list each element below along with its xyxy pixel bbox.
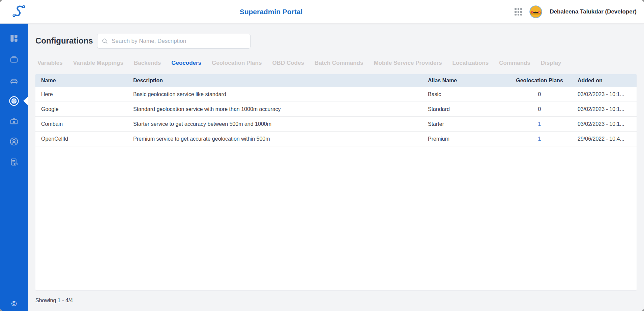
sidebar-item-dashboard[interactable] [0,29,28,47]
table-header-row: NameDescriptionAlias NameGeolocation Pla… [35,74,637,87]
user-name[interactable]: Debaleena Talukdar (Developer) [550,8,637,15]
cell-added: 03/02/2023 - 10:1... [566,106,637,112]
sidebar-item-accounts[interactable] [0,133,28,150]
car-icon [9,76,19,85]
cell-plans: 0 [513,106,566,112]
cell-name: Google [35,106,127,112]
table-row-opencellid[interactable]: OpenCellIdPremium service to get accurat… [35,132,637,146]
toolbox-icon [9,117,19,126]
active-item-indicator [23,96,28,105]
gear-asterisk-icon [9,96,19,106]
tab-variable-mappings[interactable]: Variable Mappings [73,60,123,66]
tab-obd-codes[interactable]: OBD Codes [272,60,304,66]
column-header-name: Name [35,78,127,84]
tab-commands[interactable]: Commands [499,60,530,66]
table-row-google[interactable]: GoogleStandard geolocation service with … [35,102,637,117]
cell-alias: Premium [422,136,513,142]
cell-alias: Standard [422,106,513,112]
cell-added: 29/06/2022 - 10:4... [566,136,637,142]
tab-variables[interactable]: Variables [37,60,63,66]
column-header-geolocation-plans: Geolocation Plans [513,78,566,84]
pagination-status: Showing 1 - 4/4 [35,298,73,304]
geolocation-plans-link[interactable]: 1 [538,121,541,127]
sidebar-nav: © [0,24,28,311]
search-icon [101,38,108,45]
tab-bar: VariablesVariable MappingsBackendsGeocod… [37,57,641,69]
geolocation-plans-link[interactable]: 1 [538,136,541,142]
sidebar-item-toolbox[interactable] [0,112,28,130]
user-avatar[interactable] [529,5,542,18]
cell-description: Standard geolocation service with more t… [127,106,422,112]
cell-description: Premium service to get accurate geolocat… [127,136,422,142]
cell-name: Combain [35,121,127,127]
page-title-center: Superadmin Portal [240,8,303,16]
cell-added: 03/02/2023 - 10:1... [566,91,637,97]
top-header: Superadmin Portal Debaleena Talukdar ( [0,0,644,24]
cell-plans: 1 [513,136,566,142]
tab-geolocation-plans[interactable]: Geolocation Plans [212,60,262,66]
main-content: Configurations VariablesVariable Mapping… [28,24,644,311]
dashboard-icon [9,34,19,43]
topbar-right-group: Debaleena Talukdar (Developer) [515,0,637,24]
table-body: HereBasic geolocation service like stand… [35,87,637,146]
cell-alias: Basic [422,91,513,97]
person-circle-icon [9,137,19,146]
cell-description: Basic geolocation service like standard [127,91,422,97]
copyright-icon[interactable]: © [0,300,28,308]
column-header-added-on: Added on [566,78,637,84]
table-row-here[interactable]: HereBasic geolocation service like stand… [35,87,637,102]
cell-alias: Starter [422,121,513,127]
sidebar-item-reports[interactable] [0,153,28,171]
tab-mobile-service-providers[interactable]: Mobile Service Providers [374,60,442,66]
tab-display[interactable]: Display [541,60,561,66]
cell-name: OpenCellId [35,136,127,142]
geocoders-table: NameDescriptionAlias NameGeolocation Pla… [35,74,637,290]
tab-localizations[interactable]: Localizations [452,60,489,66]
cell-plans: 0 [513,91,566,97]
search-box[interactable] [97,34,251,49]
cell-name: Here [35,91,127,97]
document-view-icon [9,158,19,167]
app-logo-icon[interactable] [10,4,26,20]
table-row-combain[interactable]: CombainStarter service to get accuracy b… [35,117,637,132]
tab-geocoders[interactable]: Geocoders [171,60,201,66]
sidebar-item-devices[interactable] [0,51,28,68]
tab-batch-commands[interactable]: Batch Commands [315,60,363,66]
cell-description: Starter service to get accuracy between … [127,121,422,127]
page-title: Configurations [35,36,93,46]
column-header-description: Description [127,78,422,84]
cell-added: 03/02/2023 - 10:1... [566,121,637,127]
search-input[interactable] [112,38,246,45]
tab-backends[interactable]: Backends [134,60,161,66]
sidebar-item-vehicles[interactable] [0,72,28,89]
cell-plans: 1 [513,121,566,127]
device-box-icon [9,55,19,64]
superadmin-portal-window: Superadmin Portal Debaleena Talukdar ( [0,0,644,311]
apps-grid-icon[interactable] [515,8,522,16]
column-header-alias-name: Alias Name [422,78,513,84]
